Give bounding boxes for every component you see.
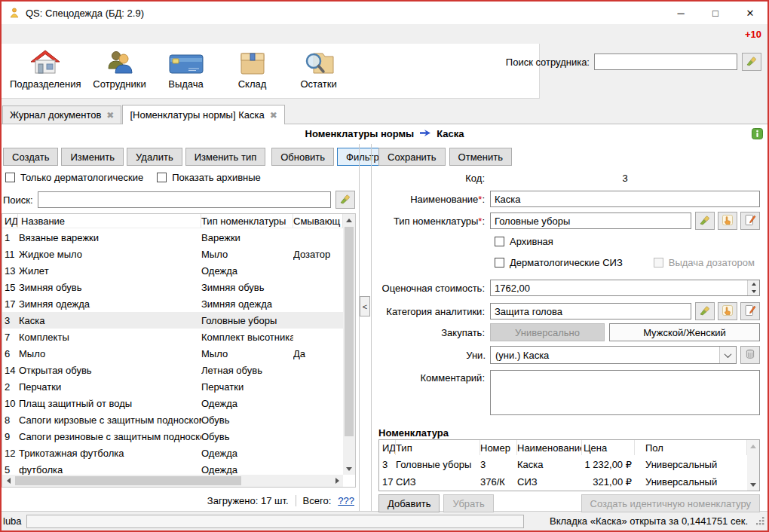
table-row[interactable]: 11 Жидкое мыло Мыло Дозатор: [2, 246, 343, 262]
refresh-button[interactable]: Обновить: [271, 148, 334, 166]
column-header-id[interactable]: ИД: [379, 440, 396, 455]
table-row[interactable]: 9 Сапоги резиновые с защитным подноском …: [2, 428, 343, 445]
menu-item[interactable]: [51, 32, 66, 36]
vertical-scrollbar[interactable]: [747, 440, 759, 491]
menu-item[interactable]: [21, 32, 36, 36]
create-button[interactable]: Создать: [3, 148, 58, 166]
column-header-name[interactable]: Название: [18, 214, 201, 228]
select-type-button[interactable]: [718, 212, 737, 230]
column-header-wash[interactable]: Смывающ: [293, 214, 343, 228]
total-count-link[interactable]: ???: [338, 495, 354, 506]
table-row[interactable]: 13 Жилет Одежда: [2, 262, 343, 279]
purchase-universal-toggle[interactable]: Универсально: [490, 323, 605, 341]
employee-search-input[interactable]: [594, 54, 737, 70]
save-button[interactable]: Сохранить: [378, 148, 446, 166]
toolbar-button-warehouse[interactable]: Склад: [219, 47, 286, 90]
purchase-gender-toggle[interactable]: Мужской/Женский: [609, 323, 760, 341]
clone-nomenclature-button[interactable]: Создать идентичную номенклатуру: [581, 494, 760, 512]
table-row[interactable]: 12 Трикотажная футболка Одежда: [2, 445, 343, 461]
edit-type-button[interactable]: [740, 212, 760, 230]
menu-item[interactable]: [66, 32, 81, 36]
scroll-up-icon[interactable]: [747, 440, 759, 452]
type-input[interactable]: [490, 212, 691, 229]
column-header-price[interactable]: Цена: [582, 440, 635, 455]
search-input[interactable]: [38, 191, 331, 208]
dermatological-checkbox[interactable]: Дерматологические СИЗ: [495, 257, 623, 268]
table-row[interactable]: 17 СИЗ 376/К СИЗ 321,00 ₽ Универсальный: [379, 473, 747, 491]
clear-employee-search-button[interactable]: [742, 53, 761, 71]
edit-button[interactable]: Изменить: [61, 148, 124, 166]
close-button[interactable]: ✕: [733, 2, 767, 24]
column-header-id[interactable]: ИД: [2, 214, 18, 228]
horizontal-scrollbar[interactable]: [2, 475, 343, 487]
column-header-gender[interactable]: Пол: [635, 440, 747, 455]
scroll-thumb[interactable]: [345, 227, 354, 436]
panel-splitter[interactable]: <: [356, 144, 374, 511]
add-nomenclature-button[interactable]: Добавить: [378, 494, 440, 512]
select-category-button[interactable]: [718, 302, 737, 320]
comment-textarea[interactable]: [490, 370, 760, 415]
table-row[interactable]: 8 Сапоги кирзовые с защитным подноском О…: [2, 411, 343, 428]
tab-nomenclature-kaska[interactable]: [Номенклатуры нормы] Каска ✖: [122, 105, 284, 124]
chevron-down-icon[interactable]: [719, 347, 736, 363]
scroll-left-icon[interactable]: [2, 475, 14, 487]
category-input[interactable]: [490, 303, 691, 320]
close-icon[interactable]: ✖: [270, 110, 277, 121]
nomenclature-actions: Добавить Убрать Создать идентичную номен…: [378, 494, 760, 512]
table-row[interactable]: 15 Зимняя обувь Зимняя обувь: [2, 279, 343, 295]
table-row[interactable]: 7 Комплекты Комплект высотника: [2, 329, 343, 345]
table-row[interactable]: 3 Каска Головные уборы: [2, 312, 343, 329]
collapse-panel-button[interactable]: <: [360, 296, 370, 316]
name-input[interactable]: [490, 191, 760, 207]
table-row[interactable]: 10 Плащ защитный от воды Одежда: [2, 395, 343, 411]
table-row[interactable]: 3 Головные уборы 3 Каска 1 232,00 ₽ Унив…: [379, 456, 747, 473]
scroll-up-icon[interactable]: [343, 214, 355, 226]
clear-category-button[interactable]: [695, 302, 715, 320]
toolbar-button-employees[interactable]: Сотрудники: [87, 47, 153, 90]
delete-uni-button[interactable]: [740, 346, 760, 364]
delete-button[interactable]: Удалить: [127, 148, 182, 166]
cost-stepper[interactable]: [747, 280, 759, 295]
spin-down-icon[interactable]: [747, 288, 759, 295]
toolbar-button-issue[interactable]: Выдача: [153, 47, 219, 90]
table-row[interactable]: 5 футболка Одежда: [2, 461, 343, 475]
show-archived-checkbox[interactable]: Показать архивные: [157, 172, 261, 183]
archived-checkbox[interactable]: Архивная: [495, 236, 553, 247]
spin-up-icon[interactable]: [747, 280, 759, 288]
resize-grip[interactable]: [755, 516, 765, 526]
column-header-name[interactable]: Наименование: [517, 440, 582, 455]
change-type-button[interactable]: Изменить тип: [185, 148, 266, 166]
uni-select[interactable]: (уни.) Каска: [490, 346, 737, 364]
cancel-button[interactable]: Отменить: [449, 148, 512, 166]
table-row[interactable]: 17 Зимняя одежда Зимняя одежда: [2, 295, 343, 312]
scroll-thumb[interactable]: [15, 476, 241, 485]
clear-type-button[interactable]: [695, 212, 715, 230]
column-header-number[interactable]: Номер: [480, 440, 517, 455]
table-row[interactable]: 14 Открытая обувь Летная обувь: [2, 362, 343, 378]
dermatological-only-checkbox[interactable]: Только дерматологические: [5, 172, 143, 183]
maximize-button[interactable]: □: [698, 2, 733, 24]
table-row[interactable]: 6 Мыло Мыло Да: [2, 345, 343, 362]
menu-item[interactable]: [6, 32, 21, 36]
edit-category-button[interactable]: [740, 302, 760, 320]
menu-item[interactable]: [36, 32, 51, 36]
clear-search-button[interactable]: [335, 191, 355, 209]
table-row[interactable]: 2 Перчатки Перчатки: [2, 378, 343, 395]
table-row[interactable]: 1 Вязаные варежки Варежки: [2, 229, 343, 246]
scroll-down-icon[interactable]: [747, 478, 759, 491]
column-header-type[interactable]: Тип: [396, 440, 480, 455]
column-header-type[interactable]: Тип номенклатуры: [201, 214, 293, 228]
vertical-scrollbar[interactable]: [343, 214, 355, 475]
info-icon[interactable]: [752, 128, 763, 139]
toolbar-button-stock[interactable]: Остатки: [286, 47, 352, 90]
scroll-down-icon[interactable]: [343, 463, 355, 475]
cost-input[interactable]: [490, 280, 760, 296]
scroll-right-icon[interactable]: [331, 475, 343, 487]
card-icon: [169, 47, 204, 76]
remove-nomenclature-button[interactable]: Убрать: [443, 494, 493, 512]
menu-item[interactable]: [81, 32, 97, 36]
minimize-button[interactable]: ─: [663, 2, 698, 24]
close-icon[interactable]: ✖: [106, 110, 114, 121]
toolbar-button-departments[interactable]: Подразделения: [5, 47, 87, 90]
tab-journal[interactable]: Журнал документов ✖: [2, 105, 121, 124]
